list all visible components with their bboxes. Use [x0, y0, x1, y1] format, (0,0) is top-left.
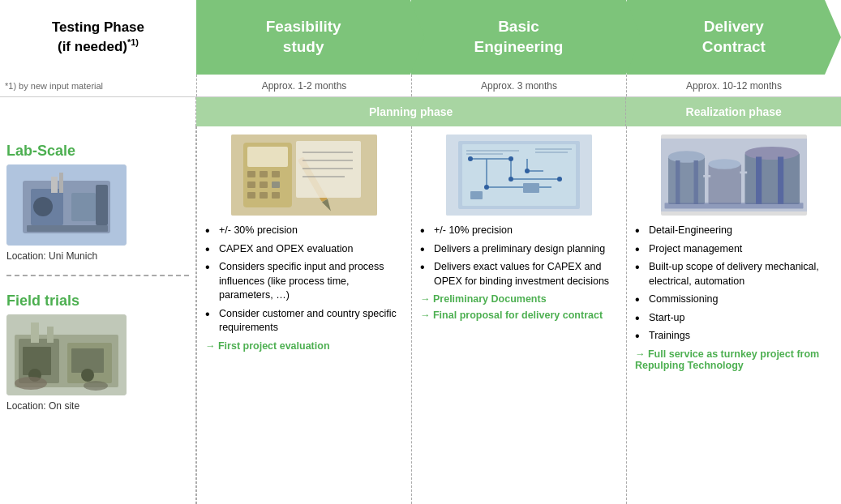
- svg-point-4: [33, 197, 53, 216]
- col3-link-2: Final proposal for delivery contract: [420, 310, 618, 321]
- svg-rect-26: [272, 171, 280, 177]
- field-trials-title: Field trials: [6, 293, 189, 310]
- col2-bullet-list: •+/- 30% precision •CAPEX and OPEX evalu…: [205, 224, 403, 335]
- svg-point-19: [15, 377, 47, 390]
- svg-rect-16: [47, 327, 54, 343]
- bullet-icon: •: [205, 224, 215, 237]
- svg-rect-75: [778, 157, 783, 205]
- svg-point-54: [557, 177, 562, 182]
- col4-content: •Detail-Engineering •Project management …: [626, 126, 841, 504]
- list-item: •Built-up scope of delivery mechanical, …: [635, 260, 833, 288]
- header-col3: Basic Engineering: [411, 0, 625, 75]
- svg-rect-8: [59, 173, 63, 193]
- delivery-image: [661, 135, 807, 216]
- svg-rect-76: [665, 203, 804, 208]
- svg-point-56: [525, 169, 530, 173]
- list-item: •+/- 10% precision: [420, 224, 618, 238]
- header-col2: Feasibility study: [196, 0, 410, 75]
- svg-rect-3: [71, 193, 96, 221]
- header-arrows: Feasibility study Basic Engineering Deli…: [196, 0, 841, 75]
- svg-rect-7: [51, 177, 58, 193]
- svg-rect-58: [470, 191, 483, 199]
- svg-point-52: [508, 156, 513, 161]
- bullet-icon: •: [420, 224, 430, 237]
- bullet-icon: •: [635, 261, 645, 274]
- svg-rect-70: [703, 175, 710, 177]
- svg-point-53: [508, 177, 513, 182]
- phase-realization-banner: Realization phase: [626, 97, 841, 126]
- engineering-image: [446, 135, 592, 216]
- svg-point-20: [84, 381, 108, 391]
- engineering-svg: [446, 135, 592, 216]
- bullet-icon: •: [635, 330, 645, 343]
- svg-rect-29: [272, 182, 280, 188]
- col3-link-1: Preliminary Documents: [420, 293, 618, 305]
- list-item: •CAPEX and OPEX evaluation: [205, 242, 403, 257]
- col3-bullet-list: •+/- 10% precision •Delivers a prelimina…: [420, 224, 618, 288]
- svg-rect-65: [709, 164, 742, 205]
- svg-rect-25: [260, 171, 268, 177]
- col2-link: First project evaluation: [205, 340, 403, 352]
- svg-rect-5: [96, 185, 108, 225]
- delivery-svg: [661, 135, 807, 216]
- col1-content: Lab-Scale Location: Uni Munich Field tri…: [0, 126, 196, 504]
- bullet-icon: •: [205, 261, 215, 274]
- list-item: •Considers specific input and process in…: [205, 260, 403, 303]
- svg-rect-15: [31, 322, 39, 343]
- lab-image-svg: [6, 164, 127, 246]
- lab-location: Location: Uni Munich: [6, 250, 189, 262]
- col2-content: •+/- 30% precision •CAPEX and OPEX evalu…: [196, 126, 411, 504]
- svg-rect-24: [247, 171, 255, 177]
- svg-rect-6: [27, 225, 108, 232]
- timing-row: *1) by new input material Approx. 1-2 mo…: [0, 75, 841, 97]
- svg-rect-27: [247, 182, 255, 188]
- bullet-icon: •: [205, 243, 215, 256]
- svg-rect-71: [740, 172, 747, 174]
- svg-rect-36: [296, 141, 361, 198]
- svg-rect-31: [260, 192, 268, 199]
- feasibility-image: [231, 135, 377, 216]
- svg-rect-32: [272, 192, 280, 199]
- bullet-icon: •: [635, 243, 645, 256]
- header-col1-title: Testing Phase(if needed)*1): [52, 19, 144, 56]
- footnote-text: *1) by new input material: [5, 81, 103, 91]
- list-item: •Start-up: [635, 311, 833, 326]
- list-item: •Commissioning: [635, 293, 833, 307]
- list-item: •Project management: [635, 242, 833, 257]
- timing-col4: Approx. 10-12 months: [626, 75, 841, 96]
- bullet-icon: •: [635, 293, 645, 306]
- field-location: Location: On site: [6, 400, 189, 412]
- header-col2-title: Feasibility study: [266, 17, 341, 57]
- svg-point-55: [484, 185, 489, 190]
- bullet-icon: •: [635, 312, 645, 325]
- svg-rect-73: [694, 160, 698, 204]
- list-item: •Detail-Engineering: [635, 224, 833, 238]
- col4-link: Full service as turnkey project from Rep…: [635, 348, 833, 371]
- svg-rect-23: [247, 147, 288, 167]
- svg-rect-57: [523, 183, 539, 193]
- col1-divider: [6, 275, 189, 276]
- bullet-icon: •: [420, 261, 430, 274]
- timing-col3: Approx. 3 months: [411, 75, 626, 96]
- feasibility-svg: [231, 135, 377, 216]
- svg-point-51: [468, 156, 473, 161]
- svg-point-18: [81, 369, 94, 382]
- content-row: Lab-Scale Location: Uni Munich Field tri…: [0, 126, 841, 504]
- svg-point-68: [709, 159, 741, 169]
- svg-rect-72: [676, 160, 680, 204]
- bullet-icon: •: [635, 224, 645, 237]
- list-item: •Delivers exact values for CAPEX and OPE…: [420, 260, 618, 288]
- phase-row: Planning phase Realization phase: [0, 97, 841, 126]
- col3-content: •+/- 10% precision •Delivers a prelimina…: [411, 126, 626, 504]
- bullet-icon: •: [205, 308, 215, 321]
- lab-scale-title: Lab-Scale: [6, 143, 189, 160]
- phase-planning-banner: Planning phase: [196, 97, 626, 126]
- header-col4: Delivery Contract: [627, 0, 841, 75]
- header-col4-title: Delivery Contract: [702, 17, 766, 57]
- list-item: •Delivers a preliminary design planning: [420, 242, 618, 257]
- timing-col1-note: *1) by new input material: [0, 75, 196, 96]
- phase-empty: [0, 97, 196, 126]
- svg-rect-28: [260, 182, 268, 188]
- header-col1: Testing Phase(if needed)*1): [0, 0, 196, 75]
- svg-rect-74: [756, 157, 762, 205]
